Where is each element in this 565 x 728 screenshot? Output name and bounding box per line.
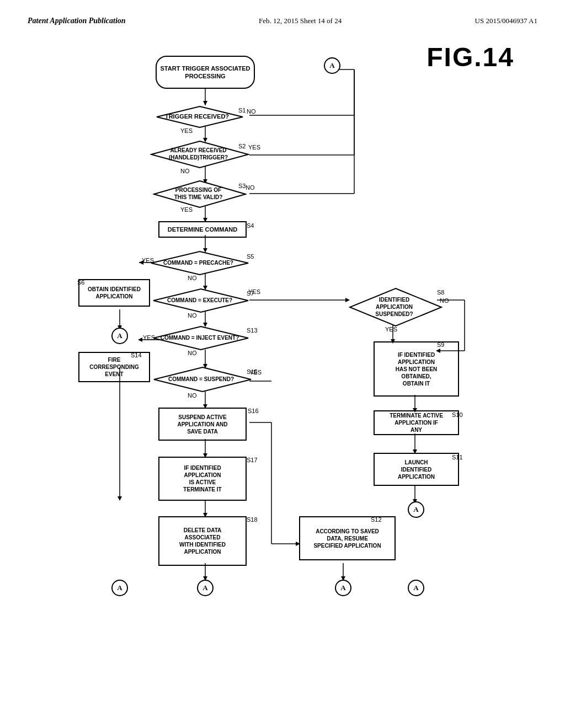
s15-diamond: COMMAND = SUSPEND? bbox=[153, 366, 249, 392]
no-s15-label: NO bbox=[188, 392, 197, 399]
s18-label: S18 bbox=[247, 516, 258, 523]
s3-diamond: PROCESSING OF THIS TIME VALID? bbox=[153, 180, 244, 207]
connector-a-bottom2: A bbox=[197, 580, 214, 596]
connector-a-top: A bbox=[324, 57, 340, 74]
yes-s5-label: YES bbox=[142, 257, 154, 264]
s16-rect: SUSPEND ACTIVE APPLICATION AND SAVE DATA bbox=[158, 408, 247, 441]
header-right: US 2015/0046937 A1 bbox=[475, 17, 537, 25]
s16-label: S16 bbox=[248, 408, 259, 414]
connector-a-bottom4: A bbox=[408, 580, 424, 596]
s14-rect: FIRE CORRESPONDING EVENT bbox=[78, 352, 150, 382]
page: Patent Application Publication Feb. 12, … bbox=[0, 0, 565, 728]
header-center: Feb. 12, 2015 Sheet 14 of 24 bbox=[259, 17, 342, 25]
s6-rect: OBTAIN IDENTIFIED APPLICATION bbox=[78, 279, 150, 307]
connector-a-bottom1: A bbox=[111, 580, 128, 596]
s4-label: S4 bbox=[247, 222, 254, 229]
yes-s8-label: YES bbox=[385, 326, 397, 333]
svg-marker-41 bbox=[138, 338, 142, 342]
connector-a-left: A bbox=[111, 328, 128, 344]
no-s2-label: NO bbox=[180, 168, 190, 174]
no-s5-label: NO bbox=[188, 275, 197, 281]
yes-s2-label: YES bbox=[248, 144, 260, 151]
s11-rect: LAUNCH IDENTIFIED APPLICATION bbox=[374, 453, 459, 486]
yes-s13-label: YES bbox=[143, 334, 155, 341]
header: Patent Application Publication Feb. 12, … bbox=[28, 17, 537, 25]
s7-diamond: COMMAND = EXECUTE? bbox=[153, 288, 247, 312]
s13-diamond: COMMAND = INJECT EVENT? bbox=[153, 325, 247, 350]
no-s8-label: NO bbox=[440, 297, 449, 304]
s18-rect: DELETE DATA ASSOCIATED WITH IDENTIFIED A… bbox=[158, 516, 247, 566]
s2-diamond: ALREADY RECEIVED (HANDLED)TRIGGER? bbox=[150, 140, 247, 168]
diagram: FIG.14 bbox=[34, 36, 531, 671]
fig-label: FIG.14 bbox=[427, 42, 514, 72]
no-s3-label: NO bbox=[246, 184, 255, 191]
connector-a-s11: A bbox=[408, 501, 424, 518]
header-left: Patent Application Publication bbox=[28, 17, 126, 25]
s1-diamond: TRIGGER RECEIVED? bbox=[156, 105, 238, 127]
yes-s3-label: YES bbox=[180, 206, 193, 213]
s17-rect: IF IDENTIFIED APPLICATION IS ACTIVE TERM… bbox=[158, 457, 247, 501]
svg-marker-45 bbox=[118, 496, 122, 501]
no-s7-label: NO bbox=[188, 312, 197, 319]
s4-rect: DETERMINE COMMAND bbox=[158, 221, 247, 238]
yes-s1-label: YES bbox=[180, 127, 193, 134]
s10-rect: TERMINATE ACTIVE APPLICATION IF ANY bbox=[374, 410, 459, 435]
connector-a-bottom3: A bbox=[335, 580, 351, 596]
s8-diamond: IDENTIFIED APPLICATION SUSPENDED? bbox=[349, 287, 440, 326]
no-s1-label: NO bbox=[247, 108, 256, 115]
start-node: START TRIGGER ASSOCIATED PROCESSING bbox=[156, 56, 255, 89]
yes-s7-label: YES bbox=[248, 288, 260, 295]
s9-rect: IF IDENTIFIED APPLICATION HAS NOT BEEN O… bbox=[374, 341, 459, 397]
svg-marker-1 bbox=[203, 101, 207, 105]
no-s13-label: NO bbox=[188, 350, 197, 356]
s17-label: S17 bbox=[247, 457, 258, 463]
s5-diamond: COMMAND = PRECACHE? bbox=[150, 250, 247, 275]
s12-rect: ACCORDING TO SAVED DATA, RESUME SPECIFIE… bbox=[299, 516, 396, 560]
yes-s15-label: YES bbox=[249, 369, 262, 376]
